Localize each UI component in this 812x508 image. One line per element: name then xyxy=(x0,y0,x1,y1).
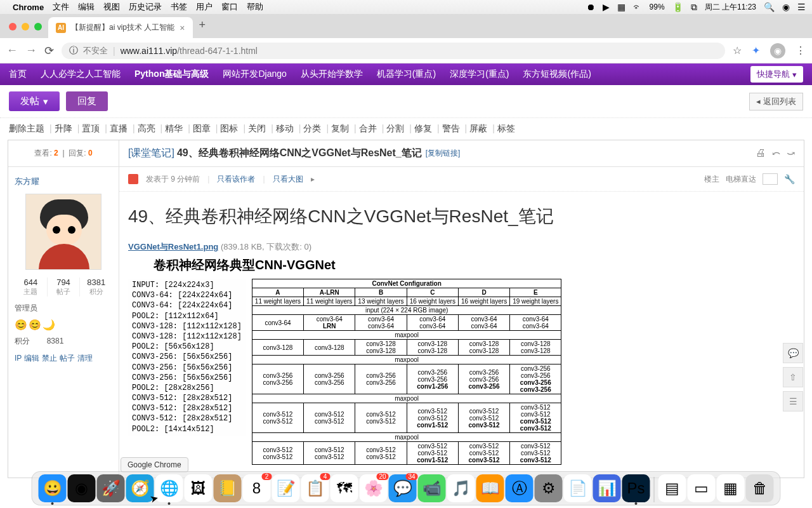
mod-tool-link[interactable]: 图章 xyxy=(193,123,211,133)
list-view-button[interactable]: ☰ xyxy=(783,391,803,411)
profile-button[interactable]: ◉ xyxy=(770,43,785,58)
menubar-item[interactable]: 历史记录 xyxy=(129,2,162,11)
mod-tool-link[interactable]: 删除主题 xyxy=(9,123,44,133)
mod-tool-link[interactable]: 关闭 xyxy=(248,123,266,133)
forum-nav-link[interactable]: 东方短视频(作品) xyxy=(523,69,591,79)
author-stat[interactable]: 794帖子 xyxy=(48,277,81,297)
reload-button[interactable]: ⟳ xyxy=(44,44,54,58)
mod-tool-link[interactable]: 图标 xyxy=(220,123,238,133)
chrome-menu-icon[interactable]: ⋮ xyxy=(796,44,806,57)
spotlight-icon[interactable]: 🔍 xyxy=(764,2,775,12)
attachment-link[interactable]: VGGNet与ResNet1.png xyxy=(128,242,218,251)
browser-tab[interactable]: AI 【新提醒】ai vip技术 人工智能 × xyxy=(48,17,193,38)
return-list-button[interactable]: ◂ 返回列表 xyxy=(749,93,803,110)
author-avatar[interactable] xyxy=(25,194,102,270)
mod-tool-link[interactable]: 警告 xyxy=(442,123,460,133)
mod-tool-link[interactable]: 复制 xyxy=(331,123,349,133)
quick-reply-button[interactable]: 💬 xyxy=(783,343,803,363)
dropbox-icon[interactable]: ⧉ xyxy=(691,2,697,13)
dock-item-trash[interactable]: 🗑 xyxy=(746,474,774,502)
wifi-icon[interactable]: ᯤ xyxy=(633,2,642,12)
dock-app-finder[interactable]: 😀 xyxy=(39,474,67,502)
quick-nav-button[interactable]: 快捷导航 ▾ xyxy=(750,66,803,83)
new-post-button[interactable]: 发帖 ▾ xyxy=(9,91,60,111)
dock-item-doc3[interactable]: ▦ xyxy=(717,474,745,502)
dock-app-appstore[interactable]: Ⓐ xyxy=(506,474,534,502)
dock-item-doc1[interactable]: ▤ xyxy=(658,474,686,502)
dock-app-siri[interactable]: ◉ xyxy=(68,474,96,502)
bookmark-star-icon[interactable]: ☆ xyxy=(733,44,742,57)
dock-app-launchpad[interactable]: 🚀 xyxy=(97,474,125,502)
forum-nav-link[interactable]: 从头开始学数学 xyxy=(301,69,363,79)
menubar-item[interactable]: 文件 xyxy=(53,2,69,11)
reply-button[interactable]: 回复 xyxy=(66,91,108,111)
site-info-icon[interactable]: ⓘ xyxy=(69,45,78,57)
author-name-link[interactable]: 东方耀 xyxy=(15,176,112,187)
mod-tool-link[interactable]: 分类 xyxy=(303,123,321,133)
mod-tool-link[interactable]: 屏蔽 xyxy=(469,123,487,133)
elevator-input[interactable] xyxy=(763,173,778,185)
mod-tool-link[interactable]: 分割 xyxy=(386,123,404,133)
siri-menubar-icon[interactable]: ◉ xyxy=(782,2,790,12)
menubar-app-name[interactable]: Chrome xyxy=(13,3,44,12)
forum-nav-link[interactable]: 首页 xyxy=(9,69,27,79)
menubar-item[interactable]: 书签 xyxy=(171,2,187,11)
dock-app-reminders[interactable]: 📋4 xyxy=(301,474,329,502)
menubar-item[interactable]: 编辑 xyxy=(78,2,95,11)
dock-app-preview[interactable]: 🖼 xyxy=(185,474,213,502)
mod-tool-link[interactable]: 精华 xyxy=(165,123,183,133)
extension-icon[interactable]: ✦ xyxy=(752,44,760,57)
dock-app-maps[interactable]: 🗺 xyxy=(331,474,358,502)
dock-app-facetime[interactable]: 📹 xyxy=(418,474,446,502)
mod-tool-link[interactable]: 合并 xyxy=(359,123,377,133)
dock-app-photoshop[interactable]: Ps xyxy=(622,474,650,502)
forum-nav-link[interactable]: 机器学习(重点) xyxy=(377,69,436,79)
menubar-item[interactable]: 帮助 xyxy=(247,2,263,11)
back-button[interactable]: ← xyxy=(6,44,18,57)
dock-app-ibooks[interactable]: 📖 xyxy=(476,474,504,502)
print-icon[interactable]: 🖨 xyxy=(756,147,766,159)
menubar-clock[interactable]: 周二 上午11:23 xyxy=(705,2,756,13)
dock-item-doc2[interactable]: ▭ xyxy=(688,474,716,502)
new-tab-button[interactable]: + xyxy=(199,18,206,32)
prev-thread-icon[interactable]: ⤺ xyxy=(772,147,780,159)
tab-close-icon[interactable]: × xyxy=(180,23,185,33)
big-image-link[interactable]: 只看大图 xyxy=(273,174,303,185)
author-tool-link[interactable]: 帖子 xyxy=(60,354,75,363)
forum-nav-link[interactable]: Python基础与高级 xyxy=(134,69,209,79)
mod-tool-link[interactable]: 置顶 xyxy=(82,123,100,133)
play-icon[interactable]: ▸ xyxy=(311,175,315,184)
author-stat[interactable]: 644主题 xyxy=(15,277,48,297)
mod-tool-link[interactable]: 直播 xyxy=(110,123,128,133)
dock-app-itunes[interactable]: 🎵 xyxy=(447,474,475,502)
author-tool-link[interactable]: 清理 xyxy=(77,354,93,363)
forum-nav-link[interactable]: 深度学习(重点) xyxy=(450,69,509,79)
menubar-item[interactable]: 视图 xyxy=(103,2,120,11)
forum-nav-link[interactable]: 人人必学之人工智能 xyxy=(41,69,121,79)
menubar-item[interactable]: 用户 xyxy=(196,2,213,11)
dock-app-photos[interactable]: 🌸20 xyxy=(360,474,388,502)
mod-tool-link[interactable]: 升降 xyxy=(55,123,72,133)
mod-tool-link[interactable]: 高亮 xyxy=(138,123,155,133)
dock-app-notes[interactable]: 📝 xyxy=(272,474,300,502)
copy-link-button[interactable]: [复制链接] xyxy=(426,148,461,159)
dock-app-chrome[interactable]: 🌐 xyxy=(155,474,183,502)
grid-icon[interactable]: ▦ xyxy=(617,2,625,12)
menubar-item[interactable]: 窗口 xyxy=(221,2,238,11)
only-author-link[interactable]: 只看该作者 xyxy=(217,174,255,185)
window-minimize-button[interactable] xyxy=(22,23,29,30)
author-stat[interactable]: 8381积分 xyxy=(80,277,112,297)
author-tool-link[interactable]: IP xyxy=(15,354,22,363)
thread-category[interactable]: [课堂笔记] xyxy=(128,147,174,160)
mod-tool-link[interactable]: 移动 xyxy=(276,123,294,133)
dock-app-calendar[interactable]: 82 xyxy=(243,474,271,502)
author-tool-link[interactable]: 禁止 xyxy=(42,354,57,363)
dock-app-activity[interactable]: 📊 xyxy=(593,474,621,502)
back-to-top-button[interactable]: ⇧ xyxy=(783,367,803,387)
control-center-icon[interactable]: ☰ xyxy=(797,2,806,12)
forum-nav-link[interactable]: 网站开发Django xyxy=(223,69,286,79)
author-tool-link[interactable]: 编辑 xyxy=(24,354,39,363)
screencast-icon[interactable]: ⏺ xyxy=(586,2,595,12)
wrench-icon[interactable]: 🔧 xyxy=(784,174,795,184)
next-thread-icon[interactable]: ⤻ xyxy=(787,147,795,159)
